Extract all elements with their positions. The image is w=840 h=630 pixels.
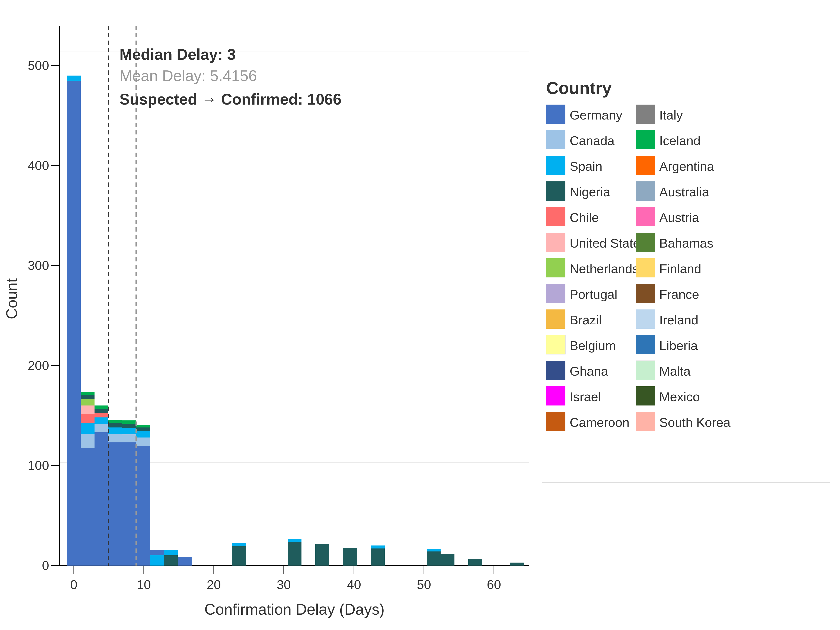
bar-day5-germany <box>136 446 150 565</box>
legend-label-austria: Austria <box>659 210 699 225</box>
bar-day28-spain <box>371 545 385 548</box>
legend-color-israel <box>546 386 565 406</box>
legend-label-iceland: Iceland <box>659 134 701 148</box>
bar-day1-germany <box>81 448 95 565</box>
bar-day1-us <box>81 406 95 414</box>
legend-label-spain: Spain <box>570 159 602 174</box>
legend-color-iceland <box>636 130 655 149</box>
median-annotation: Median Delay: 3 <box>120 46 235 63</box>
bar-day5-iceland <box>136 425 150 428</box>
bar-day25-nigeria <box>343 548 357 565</box>
svg-text:20: 20 <box>207 578 221 592</box>
legend-color-canada <box>546 130 565 149</box>
bar-day14-nigeria <box>232 546 246 565</box>
legend-color-ireland <box>636 309 655 328</box>
legend-label-finland: Finland <box>659 262 701 276</box>
legend-label-brazil: Brazil <box>570 313 602 327</box>
bar-day1-nigeria <box>81 395 95 399</box>
legend-color-france <box>636 284 655 303</box>
legend-label-cameroon: Cameroon <box>570 415 629 429</box>
bar-day8-germany <box>178 557 192 565</box>
svg-text:50: 50 <box>417 578 431 592</box>
x-axis-label: Confirmation Delay (Days) <box>204 601 384 618</box>
chart-container: 0 10 20 30 40 50 60 0 <box>0 0 840 630</box>
legend-label-netherlands: Netherlands <box>570 262 639 276</box>
bar-day1-canada <box>81 434 95 448</box>
legend-label-nigeria: Nigeria <box>570 185 610 199</box>
legend-label-canada: Canada <box>570 134 615 148</box>
legend-label-bahamas: Bahamas <box>659 236 713 250</box>
legend-color-chile <box>546 207 565 226</box>
legend-label-israel: Israel <box>570 390 601 404</box>
mean-annotation: Mean Delay: 5.4156 <box>120 67 257 84</box>
legend-label-us: United States <box>570 236 646 250</box>
svg-text:300: 300 <box>28 258 49 273</box>
legend-label-germany: Germany <box>570 108 622 122</box>
legend-label-argentina: Argentina <box>659 159 714 174</box>
legend-color-spain <box>546 156 565 175</box>
legend-label-malta: Malta <box>659 364 691 378</box>
bar-day4-germany <box>122 442 136 565</box>
legend-label-ireland: Ireland <box>659 313 698 327</box>
bar-day4-canada <box>122 434 136 442</box>
legend-color-nigeria <box>546 182 565 201</box>
bar-day0-germany <box>67 81 81 565</box>
svg-text:0: 0 <box>70 578 77 592</box>
bar-day6-germany <box>150 550 164 555</box>
bar-day5-canada <box>136 437 150 446</box>
bar-day2-nigeria <box>95 409 108 413</box>
bar-day47 <box>468 559 482 565</box>
y-axis-label: Count <box>3 278 20 319</box>
bar-day7-spain <box>164 550 178 555</box>
legend-label-portugal: Portugal <box>570 287 617 302</box>
legend-label-ghana: Ghana <box>570 364 608 378</box>
bar-day3-spain <box>108 428 122 434</box>
legend-color-argentina <box>636 156 655 175</box>
bar-day0-spain <box>67 76 81 81</box>
bar-day2-chile <box>95 413 108 417</box>
legend-label-liberia: Liberia <box>659 338 698 353</box>
legend-color-netherlands <box>546 258 565 278</box>
legend-color-southkorea <box>636 412 655 431</box>
transition-annotation: Suspected → Confirmed: 1066 <box>120 91 341 108</box>
svg-text:400: 400 <box>28 158 49 173</box>
bar-day5-spain <box>136 431 150 437</box>
legend-color-finland <box>636 258 655 278</box>
svg-text:500: 500 <box>28 58 49 73</box>
bar-day35-spain <box>427 549 441 551</box>
bar-day4-iceland <box>122 420 136 424</box>
svg-text:0: 0 <box>42 558 49 573</box>
legend-color-malta <box>636 361 655 380</box>
legend-color-portugal <box>546 284 565 303</box>
legend-label-italy: Italy <box>659 108 683 122</box>
bar-day28-nigeria <box>371 548 385 565</box>
legend-color-cameroon <box>546 412 565 431</box>
legend-label-belgium: Belgium <box>570 338 616 353</box>
bar-day5-nigeria <box>136 428 150 431</box>
legend-label-australia: Australia <box>659 185 709 199</box>
legend-color-italy <box>636 104 655 124</box>
legend-label-mexico: Mexico <box>659 390 700 404</box>
svg-text:40: 40 <box>347 578 361 592</box>
bar-day2-germany <box>95 433 108 565</box>
svg-text:30: 30 <box>277 578 291 592</box>
legend-label-france: France <box>659 287 699 302</box>
legend-color-belgium <box>546 335 565 354</box>
bar-day1-iceland <box>81 392 95 395</box>
legend-color-liberia <box>636 335 655 354</box>
bar-day7-nigeria <box>164 555 178 565</box>
svg-text:60: 60 <box>487 578 501 592</box>
legend-color-austria <box>636 207 655 226</box>
svg-text:100: 100 <box>28 458 49 472</box>
legend-color-ghana <box>546 361 565 380</box>
bar-day6-spain <box>150 555 164 565</box>
bar-day3-nigeria <box>108 423 122 428</box>
bar-day35-nigeria <box>427 551 441 565</box>
bar-day2-iceland <box>95 406 108 409</box>
legend-color-brazil <box>546 309 565 328</box>
bar-day4-nigeria <box>122 424 136 428</box>
legend-color-bahamas <box>636 233 655 252</box>
bar-day23-nigeria <box>315 544 329 565</box>
legend-color-us <box>546 233 565 252</box>
bar-day1-chile <box>81 414 95 423</box>
